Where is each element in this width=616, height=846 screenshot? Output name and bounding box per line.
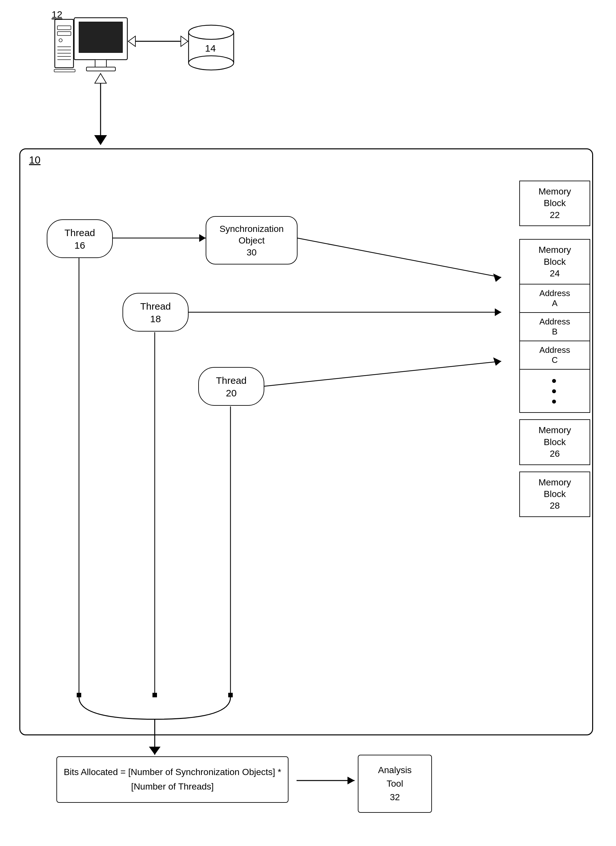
thread-20-box: Thread20 <box>198 367 264 406</box>
thread-18-box: Thread18 <box>122 293 189 332</box>
thread-18-label: Thread18 <box>140 301 171 324</box>
svg-marker-39 <box>149 747 161 755</box>
memory-block-28: MemoryBlock28 <box>519 471 590 517</box>
svg-marker-23 <box>95 135 106 144</box>
sync-object-label: SynchronizationObject30 <box>220 224 284 257</box>
svg-point-7 <box>59 39 62 42</box>
svg-point-14 <box>189 25 234 39</box>
svg-rect-3 <box>87 67 115 71</box>
thread-20-label: Thread20 <box>216 375 246 398</box>
address-b: AddressB <box>519 313 590 341</box>
thread-16-box: Thread16 <box>47 219 113 258</box>
svg-marker-41 <box>348 777 355 784</box>
sync-object-box: SynchronizationObject30 <box>206 216 298 264</box>
memory-block-26: MemoryBlock26 <box>519 419 590 465</box>
svg-rect-4 <box>55 19 73 68</box>
svg-rect-6 <box>57 32 71 35</box>
address-dots: ●●● <box>519 370 590 413</box>
memory-block-24: MemoryBlock24 <box>519 239 590 285</box>
label-12: 12 <box>51 9 62 20</box>
svg-marker-20 <box>181 36 188 47</box>
svg-rect-1 <box>79 22 122 53</box>
svg-point-17 <box>189 56 234 70</box>
address-c: AddressC <box>519 341 590 370</box>
formula-box: Bits Allocated = [Number of Synchronizat… <box>56 756 289 803</box>
memory-block-22: MemoryBlock22 <box>519 181 590 226</box>
formula-text: Bits Allocated = [Number of Synchronizat… <box>63 765 282 794</box>
analysis-tool-label: AnalysisTool32 <box>378 764 412 804</box>
main-diagram: 12 14 <box>0 0 616 846</box>
svg-rect-5 <box>57 26 71 30</box>
svg-rect-8 <box>54 69 75 72</box>
svg-rect-2 <box>95 60 106 68</box>
label-14: 14 <box>205 43 216 54</box>
svg-marker-22 <box>95 73 106 83</box>
analysis-tool-box: AnalysisTool32 <box>358 755 432 813</box>
address-a: AddressA <box>519 285 590 313</box>
svg-rect-0 <box>74 18 127 60</box>
memory-column: MemoryBlock22 MemoryBlock24 AddressA Add… <box>519 181 590 517</box>
thread-16-label: Thread16 <box>65 228 95 251</box>
svg-marker-19 <box>128 36 135 47</box>
